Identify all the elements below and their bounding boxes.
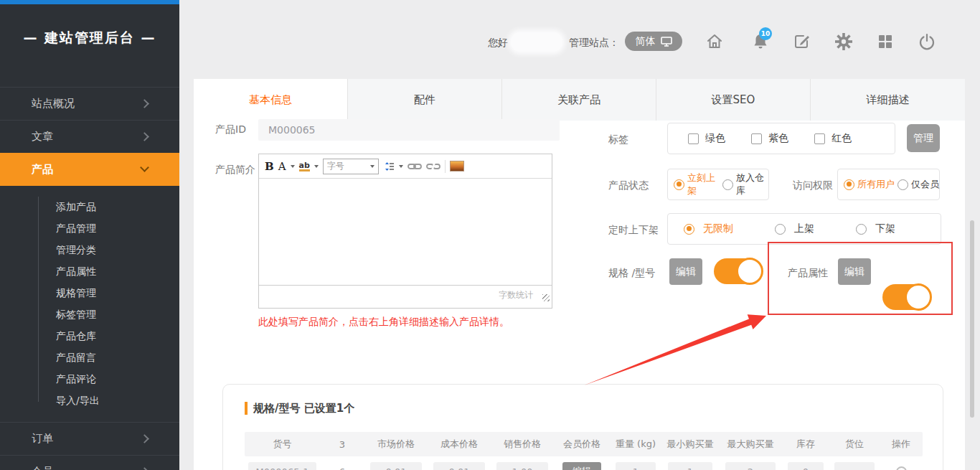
schedule-option-on[interactable]: 上架 (775, 222, 814, 235)
monitor-icon (661, 37, 672, 47)
spec-toggle-on[interactable] (714, 258, 763, 284)
status-option-warehouse[interactable]: 放入仓库 (722, 171, 768, 197)
tags-group: 绿色 紫色 红色 (667, 123, 895, 154)
tab-basic-info[interactable]: 基本信息 (194, 79, 348, 121)
radio-label: 放入仓库 (736, 171, 768, 197)
product-status-label: 产品状态 (608, 179, 649, 192)
sidebar-subitem-product-manage[interactable]: 产品管理 (0, 218, 179, 240)
spec-table-header: 货号 3 市场价格 成本价格 销售价格 会员价格 重量 (kg) 最小购买量 最… (245, 432, 923, 456)
sidebar-subitem-category-manage[interactable]: 管理分类 (0, 240, 179, 261)
font-color-dropdown-icon[interactable] (291, 165, 295, 168)
manage-site-label: 管理站点： (569, 37, 619, 50)
tag-option-green[interactable]: 绿色 (688, 132, 725, 145)
col-sale-price: 销售价格 (491, 438, 554, 451)
sidebar-subitem-import-export[interactable]: 导入/导出 (0, 390, 179, 412)
language-switch-button[interactable]: 简体 (625, 32, 682, 51)
weight-field[interactable]: 1 (616, 462, 656, 470)
col-member-price: 会员价格 (554, 438, 610, 451)
access-option-members-only[interactable]: 仅会员 (897, 178, 939, 191)
sidebar-subitem-add-product[interactable]: 添加产品 (0, 197, 179, 218)
insert-image-icon[interactable] (450, 161, 464, 171)
vertical-scrollbar-thumb[interactable] (970, 220, 974, 418)
radio-unselected[interactable] (897, 179, 908, 190)
font-size-select[interactable]: 字号 (323, 159, 379, 174)
sidebar-item-label: 会员 (32, 465, 53, 470)
resize-grip[interactable] (542, 294, 550, 301)
row-action-icon[interactable] (896, 466, 907, 470)
line-spacing-icon[interactable] (383, 161, 395, 172)
max-qty-field[interactable]: 2 (725, 462, 776, 470)
col-cost-price: 成本价格 (428, 438, 491, 451)
tab-seo[interactable]: 设置SEO (656, 79, 811, 121)
tag-option-red[interactable]: 红色 (814, 132, 852, 145)
sidebar-subitem-tag-manage[interactable]: 标签管理 (0, 304, 179, 326)
sidebar-subitem-spec-manage[interactable]: 规格管理 (0, 283, 179, 304)
logout-power-icon[interactable] (917, 32, 937, 52)
spec-edit-button[interactable]: 编辑 (669, 258, 702, 285)
status-option-on-shelf[interactable]: 立刻上架 (674, 171, 720, 197)
highlight-icon[interactable]: ab (299, 161, 310, 171)
min-qty-field[interactable]: 1 (668, 462, 712, 470)
sidebar-subitem-product-reviews[interactable]: 产品评论 (0, 369, 179, 390)
product-id-label: 产品ID (215, 123, 246, 136)
home-icon[interactable] (705, 32, 725, 52)
tab-accessories[interactable]: 配件 (348, 79, 502, 121)
chevron-down-icon (140, 163, 149, 172)
tab-detailed-description[interactable]: 详细描述 (811, 79, 965, 121)
sku-field[interactable]: M000065-1 (248, 462, 316, 470)
bold-icon[interactable]: B (265, 160, 274, 173)
section-accent-bar (245, 402, 248, 415)
checkbox-red[interactable] (814, 133, 825, 144)
chevron-right-icon (140, 434, 149, 443)
radio-selected[interactable] (844, 179, 854, 190)
radio-label: 立刻上架 (687, 171, 720, 197)
tag-option-purple[interactable]: 紫色 (751, 132, 788, 145)
tag-label: 绿色 (705, 132, 725, 145)
manage-tags-button[interactable]: 管理 (907, 124, 940, 152)
subitem-label: 标签管理 (56, 309, 96, 321)
apps-grid-icon[interactable] (875, 32, 895, 52)
radio-selected[interactable] (674, 179, 684, 190)
insert-link-icon[interactable] (407, 162, 422, 171)
sidebar-subitem-product-messages[interactable]: 产品留言 (0, 347, 179, 369)
stock-field[interactable]: 0 (788, 462, 824, 470)
radio-label: 下架 (875, 222, 895, 235)
sidebar-item-orders[interactable]: 订单 (0, 422, 179, 455)
radio-unselected[interactable] (775, 224, 786, 235)
member-price-edit-button[interactable]: 编辑 (562, 462, 601, 470)
radio-label: 所有用户 (857, 178, 895, 191)
settings-gear-icon[interactable] (834, 32, 854, 52)
sidebar-subitem-product-attrs[interactable]: 产品属性 (0, 261, 179, 283)
access-option-all-users[interactable]: 所有用户 (844, 178, 895, 191)
market-price-field[interactable]: 0.01 (370, 462, 422, 470)
cost-price-field[interactable]: 0.01 (433, 462, 485, 470)
edit-compose-icon[interactable] (792, 32, 812, 52)
checkbox-green[interactable] (688, 133, 699, 144)
location-field[interactable] (834, 462, 875, 470)
tag-label: 紫色 (768, 132, 788, 145)
sidebar-item-articles[interactable]: 文章 (0, 120, 179, 153)
sidebar-subitem-product-warehouse[interactable]: 产品仓库 (0, 326, 179, 347)
sale-price-field[interactable]: 1.00 (496, 462, 548, 470)
line-spacing-dropdown-icon[interactable] (399, 165, 403, 168)
radio-selected[interactable] (684, 224, 694, 235)
schedule-option-unlimited[interactable]: 无限制 (684, 222, 733, 235)
product-id-field[interactable]: M000065 (258, 119, 560, 141)
subitem-label: 产品留言 (56, 352, 96, 365)
schedule-option-off[interactable]: 下架 (856, 222, 895, 235)
sidebar-item-site-overview[interactable]: 站点概况 (0, 87, 179, 120)
tab-related-products[interactable]: 关联产品 (502, 79, 656, 121)
radio-unselected[interactable] (722, 179, 733, 190)
censored-username (511, 32, 562, 52)
radio-unselected[interactable] (856, 224, 867, 235)
font-size-dropdown-icon (370, 165, 374, 168)
sidebar-item-products[interactable]: 产品 (0, 153, 179, 186)
highlight-dropdown-icon[interactable] (314, 165, 319, 168)
chevron-right-icon (140, 467, 149, 470)
checkbox-purple[interactable] (751, 133, 762, 144)
font-color-icon[interactable]: A (278, 160, 286, 173)
sidebar-item-members[interactable]: 会员 (0, 455, 179, 470)
annotation-red-box (768, 242, 953, 315)
editor-content-area[interactable] (259, 179, 552, 285)
remove-link-icon[interactable] (426, 161, 440, 171)
